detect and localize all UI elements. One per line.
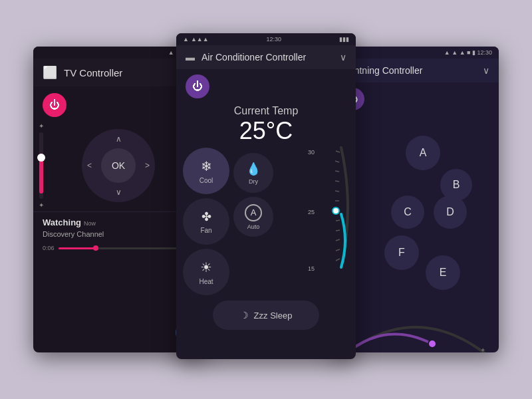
tv-progress-bar[interactable] [59,247,183,249]
svg-line-5 [335,171,339,172]
sleep-icon: ☽ [240,310,249,321]
ac-temp-label: Current Temp [176,105,356,117]
tv-progress-thumb [93,245,98,251]
ac-mode-heat[interactable]: ☀ Heat [183,249,229,295]
watching-text: Watching [43,217,81,227]
fan-icon: ✤ [201,209,211,224]
svg-text:25: 25 [308,209,315,215]
dpad-up-button[interactable]: ∧ [116,134,122,144]
ac-header-icon: ▬ [186,52,195,63]
heat-icon: ☀ [200,259,212,275]
ac-controller-card: ▲ ▲▲▲ 12:30 ▮▮▮ ▬ Air Conditioner Contro… [176,33,356,359]
ac-modes-column: ❄ Cool ✤ Fan ☀ Heat [183,148,229,295]
ac-dropdown-icon[interactable]: ∨ [340,52,346,63]
brightness-slider-col: ✦ ✦ [39,122,44,209]
svg-line-12 [336,239,340,241]
lt-brightness-icons: ✦ ✦ [346,346,485,352]
ac-arc-thermometer: 30 25 15 [301,141,356,274]
ac-sleep-button[interactable]: ☽ Zzz Sleep [213,301,319,330]
svg-line-3 [336,151,340,152]
tv-icon: ⬜ [43,65,57,80]
lt-button-e[interactable]: E [426,255,460,290]
ac-mode-cool[interactable]: ❄ Cool [183,148,229,194]
brightness-slider[interactable] [39,132,43,199]
svg-line-7 [335,191,339,192]
ac-mode-auto[interactable]: A Auto [233,197,273,237]
ac-right-column: 💧 Dry A Auto [233,148,273,295]
svg-text:30: 30 [308,149,315,156]
ac-status-left: ▲ ▲▲▲ [183,36,209,43]
cool-label: Cool [200,177,213,184]
lt-header: Lightning Controller ∨ [332,59,499,82]
lt-title: Lightning Controller [342,65,476,76]
dry-label: Dry [249,178,258,185]
lt-dropdown-icon[interactable]: ∨ [483,65,489,76]
lt-button-a[interactable]: A [406,136,440,170]
tv-progress-fill [59,247,96,249]
ac-main-area: ❄ Cool ✤ Fan ☀ Heat 💧 Dry [176,148,356,295]
lt-button-f[interactable]: F [384,235,419,270]
watching-now-label: Now [84,220,96,227]
ac-status-right: ▮▮▮ [339,36,349,43]
svg-point-15 [332,207,339,214]
signal-icon: ▲▲▲ [191,36,209,43]
dpad-right-button[interactable]: > [145,161,150,170]
tv-power-icon: ⏻ [49,99,60,111]
lt-power-row: ⏻ [332,82,499,113]
lt-status-bar: ▲ ▲ ▲ ■ ▮ 12:30 [332,47,499,59]
dpad-down-button[interactable]: ∨ [116,188,122,197]
tv-watching-label: Watching Now [43,217,197,227]
lt-buttons-area: A B C D F E [332,116,499,302]
tv-time-start: 0:06 [43,245,55,251]
screens-container: ▲ ▲ ▲ ■ ▮ ⬜ TV Controller ⚙ ⏻ ✦ ✦ [20,27,512,372]
cool-icon: ❄ [201,158,212,174]
dpad-container: ∧ ∨ < > OK [48,129,189,202]
lt-button-d[interactable]: D [434,196,467,229]
ac-power-button[interactable]: ⏻ [186,74,209,98]
tv-power-button[interactable]: ⏻ [43,93,66,117]
battery-icon: ▮▮▮ [339,36,349,43]
auto-icon: A [245,204,262,221]
svg-line-14 [336,259,340,261]
ac-mode-dry[interactable]: 💧 Dry [233,153,273,193]
dry-icon: 💧 [246,162,261,176]
lt-status-icons: ▲ ▲ ▲ ■ ▮ 12:30 [444,49,492,56]
dpad-ok-button[interactable]: OK [101,148,136,183]
sleep-label: Zzz Sleep [254,311,293,321]
brightness-high-icon: ✦ [39,122,44,130]
svg-line-10 [336,220,340,221]
lightning-controller-card: ▲ ▲ ▲ ■ ▮ 12:30 Lightning Controller ∨ ⏻… [332,47,499,352]
ac-status-bar: ▲ ▲▲▲ 12:30 ▮▮▮ [176,33,356,45]
ac-mode-fan[interactable]: ✤ Fan [183,198,229,245]
ac-power-row: ⏻ [176,69,356,101]
svg-line-6 [335,181,339,182]
brightness-low-icon: ✦ [39,201,44,209]
dpad: ∧ ∨ < > OK [82,129,155,202]
ac-power-icon: ⏻ [192,80,203,92]
tv-title: TV Controller [64,67,181,78]
channel-name: Discovery Channel [43,230,104,238]
auto-label: Auto [247,223,260,230]
svg-line-13 [336,249,340,251]
lt-arc-slider: ✦ ✦ [332,307,499,352]
wifi-icon: ▲ [183,36,189,43]
heat-label: Heat [199,278,213,285]
svg-text:15: 15 [308,265,315,272]
lt-button-c[interactable]: C [391,196,424,229]
ac-header: ▬ Air Conditioner Controller ∨ [176,45,356,69]
fan-label: Fan [200,227,211,234]
ac-time: 12:30 [267,36,282,43]
dpad-left-button[interactable]: < [87,161,92,170]
svg-line-11 [336,230,340,231]
lt-brightness-high-icon: ✦ [480,346,485,352]
ac-title: Air Conditioner Controller [201,52,333,63]
svg-line-4 [335,161,339,162]
